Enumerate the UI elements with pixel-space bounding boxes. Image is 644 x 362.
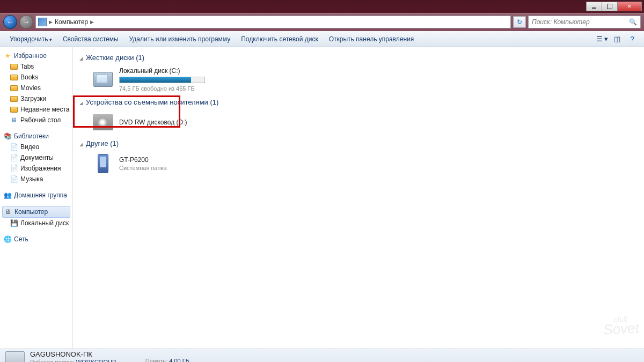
maximize-button[interactable] [602,2,618,11]
forward-button[interactable]: → [19,15,33,29]
homegroup-icon: 👥 [3,191,12,200]
close-button[interactable] [617,2,642,11]
folder-icon [10,107,18,113]
sidebar-item-pictures[interactable]: 📄Изображения [2,163,70,174]
folder-icon [10,64,18,70]
sidebar-item-movies[interactable]: Movies [2,83,70,93]
section-removable[interactable]: Устройства со съемными носителями (1) [79,96,638,109]
usage-fill [120,77,191,83]
sidebar-item-desktop[interactable]: 🖥Рабочий стол [2,115,70,125]
address-bar[interactable]: ▶ Компьютер ▶ [35,16,511,28]
desktop-icon: 🖥 [10,116,18,124]
computer-icon [38,18,47,26]
titlebar [0,0,644,13]
sidebar-item-downloads[interactable]: Загрузки [2,93,70,104]
refresh-button[interactable]: ↻ [513,16,526,28]
sidebar-item-label: Tabs [20,63,34,70]
back-button[interactable]: ← [3,15,17,29]
sidebar-favorites-label: Избранное [14,52,47,60]
sidebar-network-header[interactable]: 🌐 Сеть [2,234,70,245]
status-memory: 4,00 ГБ [169,358,189,363]
chevron-right-icon: ▶ [90,19,94,25]
hdd-icon [92,69,114,90]
sidebar-item-label: Изображения [20,165,61,172]
sidebar-item-label: Недавние места [20,106,69,113]
chevron-right-icon: ▶ [49,19,53,25]
drive-free-space: 74,5 ГБ свободно из 465 ГБ [119,85,205,92]
star-icon: ★ [3,51,12,60]
nav-bar: ← → ▶ Компьютер ▶ ↻ 🔍 [0,13,644,31]
video-icon: 📄 [10,143,18,151]
minimize-button[interactable] [586,2,602,11]
sidebar-item-label: Books [20,73,38,81]
sidebar-item-label: Локальный диск ( [20,219,70,227]
drive-icon: 💾 [10,219,18,227]
status-workgroup-label: Рабочая группа: [30,359,75,363]
status-workgroup: WORKGROUP [76,359,116,363]
network-icon: 🌐 [3,235,12,243]
organize-menu[interactable]: Упорядочить [4,33,57,45]
sidebar-homegroup-header[interactable]: 👥 Домашняя группа [2,190,70,201]
open-control-panel-button[interactable]: Открыть панель управления [324,33,420,45]
sidebar-item-label: Музыка [20,175,43,183]
sidebar-libraries-header[interactable]: 📚 Библиотеки [2,131,70,142]
folder-icon [10,75,18,80]
folder-icon [10,96,18,102]
uninstall-program-button[interactable]: Удалить или изменить программу [124,33,236,45]
sidebar-item-local-disk[interactable]: 💾Локальный диск ( [2,218,70,228]
search-input[interactable] [532,18,629,26]
section-other[interactable]: Другие (1) [79,137,638,151]
sidebar-item-tabs[interactable]: Tabs [2,61,70,72]
drive-device-gtp6200[interactable]: GT-P6200 Системная папка [79,151,638,179]
sidebar-item-music[interactable]: 📄Музыка [2,174,70,184]
status-computer-name: GAGUSHONOK-ПК [30,350,92,358]
library-icon: 📚 [3,132,12,141]
music-icon: 📄 [10,175,18,183]
toolbar: Упорядочить Свойства системы Удалить или… [0,31,644,47]
drive-name: GT-P6200 [119,156,167,164]
view-options-button[interactable]: ☰ ▾ [596,33,609,45]
sidebar-item-books[interactable]: Books [2,72,70,83]
picture-icon: 📄 [10,164,18,173]
sidebar-libraries-label: Библиотеки [14,132,49,140]
sidebar-item-label: Загрузки [20,95,46,102]
sidebar: ★ Избранное Tabs Books Movies Загрузки Н… [0,47,73,349]
sidebar-item-documents[interactable]: 📄Документы [2,152,70,163]
computer-icon [5,351,25,363]
computer-icon: 🖥 [4,208,12,216]
document-icon: 📄 [10,153,18,162]
sidebar-item-label: Видео [20,143,39,151]
drive-subtitle: Системная папка [119,165,167,171]
search-icon: 🔍 [629,18,637,26]
sidebar-item-videos[interactable]: 📄Видео [2,142,70,152]
search-box[interactable]: 🔍 [528,16,641,28]
drive-name: Локальный диск (C:) [119,67,205,75]
dvd-icon [92,112,114,133]
drive-name: DVD RW дисковод (D:) [119,119,187,126]
explorer-body: ★ Избранное Tabs Books Movies Загрузки Н… [0,47,644,349]
sidebar-item-label: Рабочий стол [20,116,61,124]
sidebar-network-label: Сеть [14,235,28,243]
preview-pane-button[interactable]: ◫ [611,33,624,45]
sidebar-item-recent[interactable]: Недавние места [2,104,70,115]
status-memory-label: Память: [145,358,167,363]
sidebar-item-label: Документы [20,154,54,161]
sidebar-homegroup-label: Домашняя группа [14,191,67,199]
drive-local-c[interactable]: Локальный диск (C:) 74,5 ГБ свободно из … [79,65,638,96]
sidebar-computer-header[interactable]: 🖥 Компьютер [2,206,70,218]
sidebar-item-label: Movies [20,84,41,92]
usage-bar [119,77,205,83]
map-network-drive-button[interactable]: Подключить сетевой диск [236,33,323,45]
sidebar-favorites-header[interactable]: ★ Избранное [2,50,70,61]
folder-icon [10,85,18,91]
sidebar-computer-label: Компьютер [14,208,48,216]
breadcrumb-location[interactable]: Компьютер [55,18,88,26]
phone-icon [92,153,114,174]
help-button[interactable]: ? [626,33,639,45]
section-hard-drives[interactable]: Жесткие диски (1) [79,51,638,65]
content-pane: Жесткие диски (1) Локальный диск (C:) 74… [73,47,644,349]
system-properties-button[interactable]: Свойства системы [57,33,124,45]
status-bar: GAGUSHONOK-ПК Рабочая группа: WORKGROUP … [0,349,644,362]
drive-dvd[interactable]: DVD RW дисковод (D:) [79,109,638,137]
